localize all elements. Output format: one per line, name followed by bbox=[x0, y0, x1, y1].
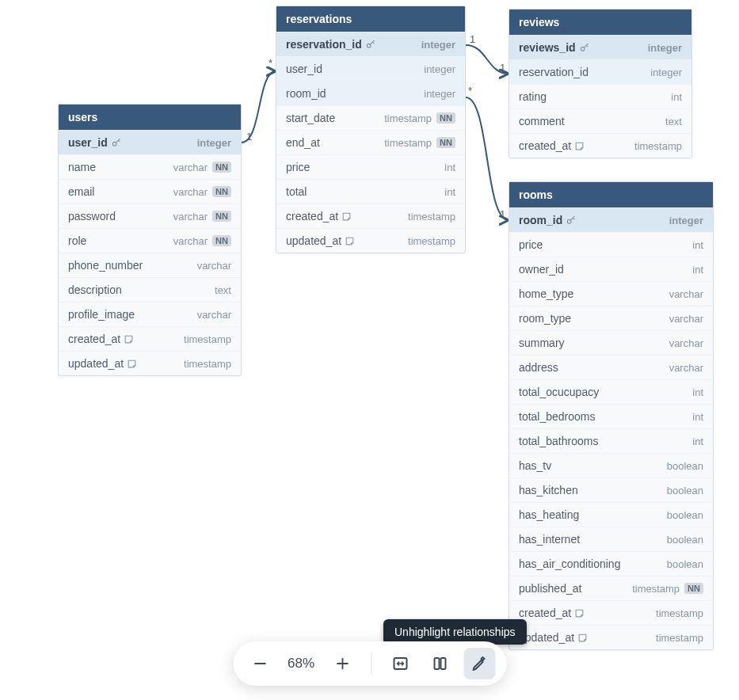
table-column-row[interactable]: phone_numbervarchar bbox=[59, 253, 241, 277]
toolbar-divider bbox=[371, 652, 371, 675]
column-type: varcharNN bbox=[173, 211, 231, 223]
column-type: integer bbox=[669, 215, 703, 226]
not-null-badge: NN bbox=[212, 211, 231, 222]
not-null-badge: NN bbox=[684, 583, 703, 594]
table-column-row[interactable]: commenttext bbox=[509, 108, 691, 133]
table-reviews[interactable]: reviewsreviews_id integerreservation_idi… bbox=[509, 9, 692, 158]
table-column-row[interactable]: priceint bbox=[509, 232, 713, 257]
column-type: varchar bbox=[669, 313, 703, 325]
table-column-row[interactable]: home_typevarchar bbox=[509, 281, 713, 306]
column-type: int bbox=[692, 239, 703, 251]
table-column-row[interactable]: has_internetboolean bbox=[509, 527, 713, 551]
table-column-row[interactable]: reservation_id integer bbox=[276, 32, 465, 56]
table-header[interactable]: users bbox=[59, 105, 241, 130]
column-name: home_type bbox=[519, 287, 573, 300]
table-column-row[interactable]: user_id integer bbox=[59, 130, 241, 154]
column-type: timestampNN bbox=[632, 583, 703, 595]
table-column-row[interactable]: has_air_conditioningboolean bbox=[509, 551, 713, 576]
table-column-row[interactable]: ratingint bbox=[509, 84, 691, 108]
layout-button[interactable] bbox=[424, 648, 455, 679]
note-icon bbox=[124, 334, 134, 344]
zoom-out-button[interactable] bbox=[244, 648, 276, 679]
column-type: timestamp bbox=[184, 358, 231, 370]
table-column-row[interactable]: created_at timestamp bbox=[59, 326, 241, 351]
table-column-row[interactable]: has_kitchenboolean bbox=[509, 477, 713, 502]
table-column-row[interactable]: has_heatingboolean bbox=[509, 502, 713, 527]
column-name: total_ocucupacy bbox=[519, 386, 599, 398]
column-type: boolean bbox=[667, 558, 703, 570]
table-column-row[interactable]: created_at timestamp bbox=[509, 600, 713, 625]
column-type: varchar bbox=[669, 288, 703, 300]
zoom-in-button[interactable] bbox=[326, 648, 358, 679]
table-column-row[interactable]: created_at timestamp bbox=[276, 204, 465, 228]
column-type: varchar bbox=[669, 362, 703, 374]
table-column-row[interactable]: has_tvboolean bbox=[509, 453, 713, 477]
svg-rect-5 bbox=[434, 658, 439, 669]
column-name: has_tv bbox=[519, 459, 551, 472]
column-type: varchar bbox=[669, 337, 703, 349]
not-null-badge: NN bbox=[436, 112, 455, 124]
table-column-row[interactable]: descriptiontext bbox=[59, 277, 241, 302]
table-reservations[interactable]: reservationsreservation_id integeruser_i… bbox=[276, 6, 466, 253]
column-name: summary bbox=[519, 337, 565, 349]
column-type: int bbox=[692, 386, 703, 398]
table-column-row[interactable]: user_idinteger bbox=[276, 56, 465, 81]
table-column-row[interactable]: total_ocucupacyint bbox=[509, 379, 713, 404]
table-column-row[interactable]: reviews_id integer bbox=[509, 35, 691, 59]
highlight-button[interactable] bbox=[463, 648, 495, 679]
table-column-row[interactable]: updated_at timestamp bbox=[59, 351, 241, 375]
table-column-row[interactable]: passwordvarcharNN bbox=[59, 204, 241, 228]
not-null-badge: NN bbox=[212, 162, 231, 173]
table-column-row[interactable]: published_attimestampNN bbox=[509, 576, 713, 600]
table-header[interactable]: reservations bbox=[276, 6, 465, 32]
column-type: text bbox=[215, 284, 231, 296]
table-header[interactable]: reviews bbox=[509, 10, 691, 35]
table-column-row[interactable]: addressvarchar bbox=[509, 355, 713, 379]
column-type: timestamp bbox=[656, 632, 703, 644]
column-name: updated_at bbox=[286, 234, 355, 247]
table-column-row[interactable]: priceint bbox=[276, 154, 465, 179]
table-header[interactable]: rooms bbox=[509, 182, 713, 207]
column-type: boolean bbox=[667, 509, 703, 521]
table-column-row[interactable]: totalint bbox=[276, 179, 465, 204]
cardinality-label: * bbox=[269, 57, 272, 69]
svg-rect-6 bbox=[440, 658, 445, 669]
table-column-row[interactable]: owner_idint bbox=[509, 257, 713, 281]
column-name: created_at bbox=[286, 210, 352, 223]
column-type: int bbox=[692, 264, 703, 276]
diagram-canvas[interactable]: 1 * 1 1 * 1 usersuser_id integernamevarc… bbox=[0, 0, 739, 700]
column-type: integer bbox=[421, 39, 455, 51]
table-column-row[interactable]: end_attimestampNN bbox=[276, 130, 465, 154]
table-column-row[interactable]: room_idinteger bbox=[276, 81, 465, 105]
table-rooms[interactable]: roomsroom_id integerpriceintowner_idinth… bbox=[509, 181, 714, 650]
column-type: varcharNN bbox=[173, 235, 231, 247]
table-column-row[interactable]: created_at timestamp bbox=[509, 133, 691, 158]
table-column-row[interactable]: room_id integer bbox=[509, 207, 713, 232]
column-name: price bbox=[286, 161, 310, 173]
table-column-row[interactable]: room_typevarchar bbox=[509, 306, 713, 330]
column-type: boolean bbox=[667, 460, 703, 472]
column-type: varchar bbox=[197, 260, 231, 272]
table-column-row[interactable]: namevarcharNN bbox=[59, 154, 241, 179]
table-column-row[interactable]: reservation_idinteger bbox=[509, 59, 691, 84]
not-null-badge: NN bbox=[212, 186, 231, 197]
table-column-row[interactable]: emailvarcharNN bbox=[59, 179, 241, 204]
table-column-row[interactable]: total_bathroomsint bbox=[509, 428, 713, 453]
fit-screen-button[interactable] bbox=[384, 648, 416, 679]
table-column-row[interactable]: updated_at timestamp bbox=[509, 625, 713, 649]
table-column-row[interactable]: start_datetimestampNN bbox=[276, 105, 465, 130]
column-type: timestamp bbox=[408, 211, 455, 223]
table-column-row[interactable]: summaryvarchar bbox=[509, 330, 713, 355]
column-name: rating bbox=[519, 90, 547, 103]
table-column-row[interactable]: rolevarcharNN bbox=[59, 228, 241, 253]
not-null-badge: NN bbox=[436, 137, 455, 148]
column-name: name bbox=[68, 161, 96, 173]
column-name: updated_at bbox=[68, 357, 137, 370]
table-column-row[interactable]: total_bedroomsint bbox=[509, 404, 713, 428]
column-name: total bbox=[286, 185, 307, 198]
table-column-row[interactable]: profile_imagevarchar bbox=[59, 302, 241, 326]
table-users[interactable]: usersuser_id integernamevarcharNNemailva… bbox=[58, 104, 242, 376]
table-column-row[interactable]: updated_at timestamp bbox=[276, 228, 465, 253]
column-type: varcharNN bbox=[173, 186, 231, 198]
column-type: integer bbox=[650, 67, 682, 78]
